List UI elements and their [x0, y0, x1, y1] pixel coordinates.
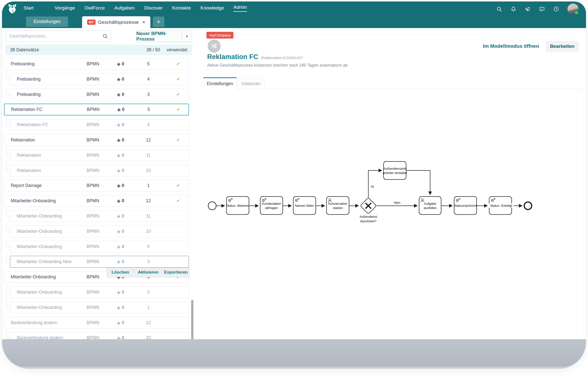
nav-item-owlforce[interactable]: OwlForce	[84, 5, 105, 11]
search-icon	[102, 33, 108, 40]
tag-count: ◈0	[117, 104, 124, 115]
process-type: BPMN	[87, 134, 99, 146]
process-row[interactable]: Preboarding BPMN ◈0 4 ✔	[10, 73, 189, 85]
process-row[interactable]: Mitarbeiter-Onboarding BPMN ◈0 2	[10, 286, 189, 298]
tag-count: ◈0	[117, 134, 124, 146]
tag-count: ◈0	[117, 150, 124, 161]
tag-icon: ◈	[117, 138, 121, 142]
tag-count: ◈0	[117, 241, 124, 252]
nav-item-knowledge[interactable]: Knowledge	[200, 5, 224, 11]
gears-icon: ⚙	[231, 198, 233, 200]
tag-icon: ◈	[117, 199, 121, 203]
user-avatar[interactable]	[567, 4, 578, 15]
process-type: BPMN	[87, 241, 99, 252]
notifications-bell-icon[interactable]	[510, 6, 516, 12]
process-row[interactable]: Mitarbeiter-Onboarding BPMN ◈0 12 ✔	[4, 195, 189, 207]
process-row[interactable]: Reklamation BPMN ◈0 12 ✔	[4, 134, 189, 146]
process-name: Preboarding	[17, 89, 41, 100]
edit-button[interactable]: Bearbeiten	[546, 41, 578, 51]
announcements-megaphone-icon[interactable]	[525, 6, 531, 12]
nav-item-kontakte[interactable]: Kontakte	[172, 5, 191, 11]
owl-logo-icon[interactable]	[7, 3, 18, 15]
divider	[203, 89, 584, 89]
process-version: 1	[143, 302, 153, 313]
tab-geschaeftsprozesse[interactable]: MY Geschäftsprozesse ✕	[82, 16, 150, 28]
process-description: Aktive Geschäftsprozess-Instanzen breche…	[207, 63, 348, 68]
nav-item-start[interactable]: Start	[24, 5, 34, 11]
nav-item-discover[interactable]: Discover	[144, 5, 163, 11]
process-row[interactable]: Mitarbeiter-Onboarding BPMN ◈0 1	[10, 302, 189, 313]
tag-icon: ◈	[117, 168, 121, 173]
process-type: BPMN	[87, 211, 99, 222]
process-row[interactable]: Mitarbeiter-Onboarding BPMN ◈0 10	[10, 226, 189, 237]
close-tab-icon[interactable]: ✕	[142, 20, 145, 25]
new-bpmn-process-button[interactable]: Neuer BPMN-Prozess ▾	[136, 31, 192, 42]
process-row[interactable]: Reklamation FC BPMN ◈0 4	[10, 119, 189, 131]
process-type: BPMN	[87, 119, 99, 130]
tag-icon: ◈	[117, 153, 121, 158]
usage-count: 38 / 50	[146, 47, 160, 53]
help-icon[interactable]: ?	[553, 6, 559, 12]
task-label: abfragen	[265, 206, 278, 210]
process-version: 3	[143, 256, 153, 267]
main-menu: Start Vorgänge OwlForce Aufgaben Discove…	[24, 2, 247, 15]
process-row-selected[interactable]: Reklamation FC BPMN ◈0 5 ✔	[4, 104, 189, 115]
process-row[interactable]: Reklamation BPMN ◈0 11	[10, 149, 189, 161]
process-row[interactable]: Preboarding BPMN ◈0 5 ✔	[4, 58, 189, 70]
process-row-hovered[interactable]: Mitarbeiter Onboarding New BPMN ◈0 3	[10, 256, 189, 268]
add-tab-button[interactable]: +	[153, 17, 164, 27]
nav-item-aufgaben[interactable]: Aufgaben	[114, 5, 135, 11]
tab-label: Geschäftsprozesse	[98, 20, 139, 25]
tag-count: ◈0	[117, 89, 124, 100]
export-button[interactable]: Exportieren	[162, 268, 189, 277]
tab-instances[interactable]: Instanzen	[237, 78, 265, 89]
online-status-dot	[574, 10, 579, 15]
process-row[interactable]: Mitarbeiter-Onboarding BPMN ◈0 11	[10, 210, 189, 222]
process-type: BPMN	[87, 256, 99, 267]
divider	[235, 35, 583, 35]
tag-count: ◈0	[117, 119, 124, 130]
process-version: 11	[143, 211, 153, 222]
gateway-label: Außendienst	[360, 215, 377, 219]
tag-icon: ◈	[117, 92, 121, 97]
process-row[interactable]: Mitarbeiter-Onboarding BPMN ◈0 9	[10, 241, 189, 253]
tag-icon: ◈	[117, 62, 121, 66]
process-row[interactable]: Preboarding BPMN ◈0 3 ✔	[10, 89, 189, 100]
open-model-mode-link[interactable]: Im Modellmodus öffnen	[483, 43, 539, 49]
tag-count: ◈0	[117, 195, 124, 207]
tag-count: ◈0	[117, 317, 124, 328]
process-type: BPMN	[87, 195, 99, 207]
bpmn-diagram-canvas[interactable]: ⚙ ⚙ Status: Wartend ⚙ ⚙ Kundendaten abfr…	[206, 159, 537, 229]
process-row[interactable]: Reklamation BPMN ◈0 10	[10, 165, 189, 176]
process-row[interactable]: Report Damage BPMN ◈0 1 ✔	[4, 180, 189, 191]
nav-item-vorgaenge[interactable]: Vorgänge	[55, 5, 75, 11]
tag-count: ◈0	[117, 180, 124, 191]
tab-settings[interactable]: Einstellungen	[203, 77, 237, 89]
process-version: 12	[143, 195, 153, 207]
process-name: Mitarbeiter-Onboarding	[17, 241, 62, 252]
task-label: Status: Wartend	[226, 204, 249, 208]
messages-chat-icon[interactable]	[539, 6, 545, 12]
gateway-label: dazuholen?	[360, 220, 377, 223]
process-row[interactable]: Bankverbindung ändern BPMN ◈0 22	[4, 317, 189, 329]
bpmn-start-event	[208, 202, 216, 210]
search-icon[interactable]	[496, 6, 502, 12]
task-label: Namen füllen	[295, 204, 314, 208]
divider	[584, 89, 584, 339]
process-version: 1	[143, 180, 153, 191]
process-name: Mitarbeiter Onboarding New	[17, 256, 72, 267]
activate-button[interactable]: Aktivieren	[135, 268, 162, 277]
delete-button[interactable]: Löschen	[107, 268, 134, 277]
gears-icon: ⚙	[298, 198, 300, 200]
process-type: BPMN	[87, 302, 99, 313]
tag-count: ◈0	[117, 287, 124, 298]
my-badge: MY	[87, 20, 96, 25]
workspace-tabs: Einstellungen MY Geschäftsprozesse ✕ +	[26, 16, 164, 28]
task-label: Außendienstmit	[384, 167, 406, 170]
chevron-down-icon[interactable]: ▾	[182, 31, 192, 42]
check-icon: ✔	[176, 89, 180, 100]
bpmn-gateway-exclusive: Außendienst dazuholen?	[360, 198, 377, 223]
process-search-input[interactable]	[6, 31, 111, 42]
tab-einstellungen[interactable]: Einstellungen	[26, 17, 68, 27]
nav-item-admin[interactable]: Admin	[233, 5, 247, 12]
